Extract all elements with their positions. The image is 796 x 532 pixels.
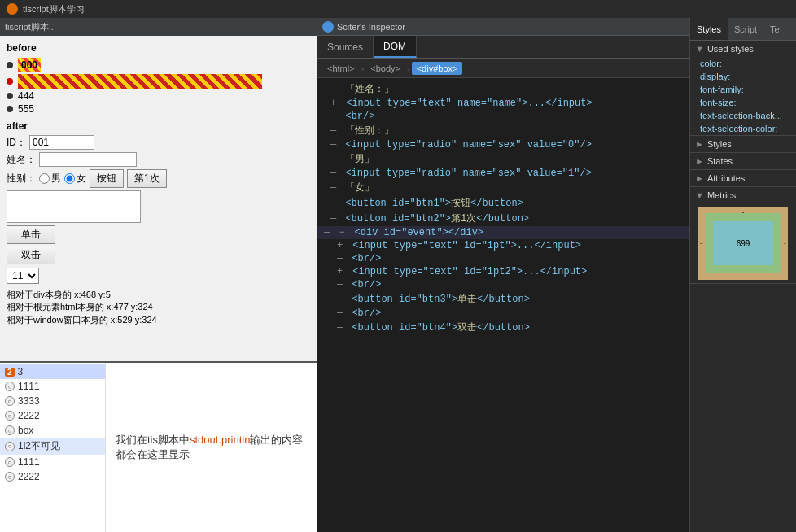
- prop-font-size: font-size:: [690, 96, 796, 109]
- dom-node-male[interactable]: — 「男」: [317, 151, 689, 167]
- states-section-header[interactable]: ► States: [690, 153, 796, 169]
- male-label: 男: [51, 172, 61, 185]
- male-radio[interactable]: [39, 173, 50, 184]
- console-item-2[interactable]: ○ 3333: [0, 394, 105, 408]
- coord2: 相对于根元素html本身的 x:477 y:324: [7, 301, 310, 313]
- console-item-text-5: 1i2不可见: [18, 439, 60, 453]
- attributes-section: ► Attributes: [690, 170, 796, 187]
- console-item-text-2: 3333: [18, 395, 40, 407]
- left-title-bar: tiscript脚本...: [0, 18, 317, 36]
- ci-icon-1: ○: [5, 382, 15, 391]
- states-section: ► States: [690, 153, 796, 170]
- right-tab-script[interactable]: Script: [728, 18, 763, 40]
- dom-node-btn3[interactable]: — <button id="btn3">单击</button>: [317, 291, 689, 307]
- breadcrumb-body[interactable]: <body>: [365, 62, 405, 75]
- metrics-dash-right: -: [784, 239, 786, 247]
- dom-node-gender[interactable]: — 「性别：」: [317, 123, 689, 138]
- prop-color: color:: [690, 57, 796, 70]
- list-item-bar: [7, 73, 310, 89]
- console-item-text-0: 3: [18, 366, 24, 377]
- single-click-btn[interactable]: 单击: [7, 225, 55, 244]
- states-label: States: [707, 156, 733, 166]
- console-item-1[interactable]: ○ 1111: [0, 379, 105, 394]
- dom-node-btn2[interactable]: — <button id="btn2">第1次</button>: [317, 211, 689, 226]
- inspector-title-bar: Sciter's Inspector: [317, 18, 689, 36]
- before-list: 000 444 555: [7, 57, 310, 116]
- console-item-3[interactable]: ○ 2222: [0, 408, 105, 423]
- styles-section-header[interactable]: ► Styles: [690, 136, 796, 152]
- tab-dom[interactable]: DOM: [374, 36, 417, 58]
- styles-label: Styles: [707, 139, 732, 149]
- coord3: 相对于window窗口本身的 x:529 y:324: [7, 314, 310, 326]
- expand-ipt2[interactable]: +: [337, 266, 345, 277]
- console-item-text-3: 2222: [18, 410, 40, 421]
- dom-node-br3[interactable]: — <br/>: [317, 278, 689, 291]
- console-item-text-1: 1111: [18, 381, 40, 392]
- female-radio[interactable]: [64, 173, 75, 184]
- dom-node-btn1[interactable]: — <button id="btn1">按钮</button>: [317, 195, 689, 211]
- btn2[interactable]: 第1次: [127, 169, 167, 188]
- dom-node-ipt[interactable]: + <input type="text" id="ipt">...</input…: [317, 239, 689, 252]
- dom-node-name[interactable]: — 「姓名：」: [317, 81, 689, 97]
- console-item-text-6: 1111: [18, 456, 40, 468]
- text-area[interactable]: [7, 190, 141, 223]
- after-label: after: [7, 120, 310, 132]
- coords-section: 相对于div本身的 x:468 y:5 相对于根元素html本身的 x:477 …: [7, 289, 310, 326]
- console-list: 2 3 ○ 1111 ○ 3333 ○ 2222: [0, 363, 106, 532]
- console-item-0[interactable]: 2 3: [0, 364, 105, 379]
- number-select[interactable]: 11 22 33: [7, 268, 39, 284]
- collapse-event[interactable]: −: [339, 227, 347, 238]
- dom-node-radio1[interactable]: — <input type="radio" name="sex" value="…: [317, 167, 689, 180]
- console-item-5[interactable]: ○ 1i2不可见: [0, 438, 105, 455]
- dom-node-female[interactable]: — 「女」: [317, 180, 689, 195]
- coord1: 相对于div本身的 x:468 y:5: [7, 289, 310, 301]
- dom-node-br2[interactable]: — <br/>: [317, 252, 689, 265]
- breadcrumb: <html> › <body> › <div#box>: [317, 59, 689, 78]
- female-radio-label[interactable]: 女: [64, 172, 86, 185]
- used-styles-arrow: ▼: [695, 44, 704, 54]
- console-item-6[interactable]: ○ 1111: [0, 455, 105, 469]
- states-arrow: ►: [695, 156, 704, 166]
- id-input[interactable]: [29, 135, 94, 150]
- console-main: 我们在tis脚本中stdout.println输出的内容都会在这里显示: [106, 363, 317, 532]
- breadcrumb-html[interactable]: <html>: [322, 62, 360, 75]
- dom-tree: — 「姓名：」 + <input type="text" name="name"…: [317, 78, 689, 532]
- btn1[interactable]: 按钮: [90, 169, 124, 188]
- metrics-section-header[interactable]: ▼ Metrics: [690, 187, 796, 203]
- right-tab-styles[interactable]: Styles: [690, 18, 728, 40]
- male-radio-label[interactable]: 男: [39, 172, 61, 185]
- mid-panel: Sciter's Inspector Sources DOM <html> › …: [317, 18, 690, 532]
- dom-node-input-name[interactable]: + <input type="text" name="name">...</in…: [317, 97, 689, 110]
- dom-node-br4[interactable]: — <br/>: [317, 307, 689, 320]
- ci-icon-2: ○: [5, 396, 15, 406]
- metrics-value: 699: [737, 239, 750, 248]
- metrics-dash-top: -: [742, 208, 745, 216]
- inspector-tabs: Sources DOM: [317, 36, 689, 59]
- breadcrumb-divbox[interactable]: <div#box>: [412, 62, 463, 75]
- expand-ipt[interactable]: +: [337, 240, 345, 251]
- gender-row: 性别： 男 女 按钮 第1次: [7, 169, 310, 188]
- prop-text-selection-back: text-selection-back...: [690, 109, 796, 122]
- double-click-btn[interactable]: 双击: [7, 246, 55, 264]
- prop-display: display:: [690, 70, 796, 83]
- name-input[interactable]: [39, 152, 137, 167]
- dom-node-ipt2[interactable]: + <input type="text" id="ipt2">...</inpu…: [317, 265, 689, 278]
- prop-font-family: font-family:: [690, 83, 796, 96]
- list-item-000: 000: [7, 57, 310, 73]
- inspector-title: Sciter's Inspector: [337, 22, 405, 32]
- console-item-7[interactable]: ○ 2222: [0, 469, 105, 484]
- tab-sources[interactable]: Sources: [317, 36, 374, 58]
- attributes-section-header[interactable]: ► Attributes: [690, 170, 796, 186]
- console-item-4[interactable]: ○ box: [0, 423, 105, 438]
- ci-icon-3: ○: [5, 411, 15, 421]
- list-item-555: 555: [7, 102, 310, 116]
- dom-node-radio0[interactable]: — <input type="radio" name="sex" value="…: [317, 138, 689, 151]
- right-tabs: Styles Script Te: [690, 18, 796, 41]
- right-tab-te[interactable]: Te: [763, 18, 786, 40]
- dom-node-br1[interactable]: — <br/>: [317, 110, 689, 123]
- expand-icon[interactable]: +: [330, 98, 339, 109]
- dom-node-event[interactable]: — − <div id="event"></div>: [317, 226, 689, 239]
- used-styles-header[interactable]: ▼ Used styles: [690, 41, 796, 57]
- bullet-000: [7, 62, 13, 68]
- dom-node-btn4[interactable]: — <button id="btn4">双击</button>: [317, 320, 689, 335]
